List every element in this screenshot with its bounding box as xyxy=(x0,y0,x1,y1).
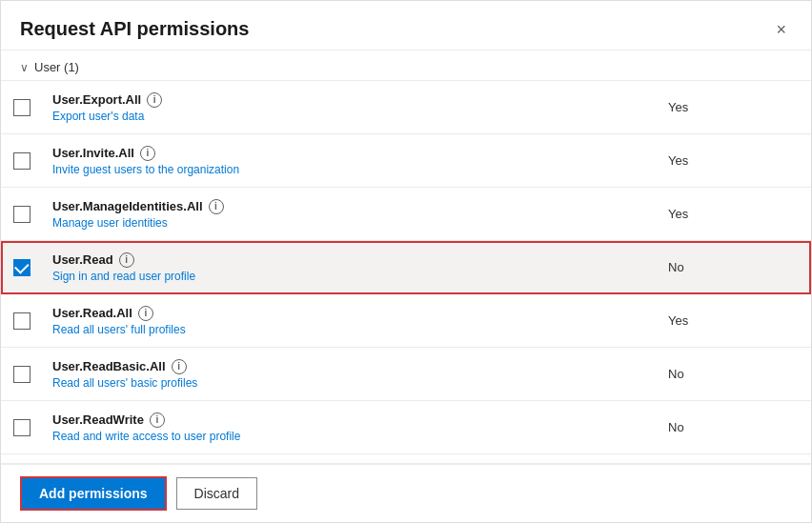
info-icon-user-read-basic-all[interactable]: i xyxy=(172,359,187,374)
checkbox-user-read-basic-all[interactable] xyxy=(13,366,30,383)
checkbox-user-read-all[interactable] xyxy=(13,312,30,330)
admin-consent-user-invite-all: Yes xyxy=(659,146,811,175)
dialog-footer: Add permissions Discard xyxy=(1,463,811,522)
permission-row-user-invite-all[interactable]: User.Invite.AlliInvite guest users to th… xyxy=(1,134,811,188)
permission-row-user-read-basic-all[interactable]: User.ReadBasic.AlliRead all users' basic… xyxy=(1,348,811,401)
checkbox-user-read[interactable] xyxy=(13,259,30,276)
perm-desc-user-invite-all: Invite guest users to the organization xyxy=(52,163,649,176)
info-icon-user-read[interactable]: i xyxy=(119,252,134,268)
checkbox-cell-user-read xyxy=(1,251,43,284)
perm-name-user-read: User.Read xyxy=(52,252,113,267)
info-icon-user-export-all[interactable]: i xyxy=(147,92,162,108)
perm-name-row-user-manage-identities-all: User.ManageIdentities.Alli xyxy=(52,199,649,214)
permission-row-user-read[interactable]: User.ReadiSign in and read user profileN… xyxy=(1,241,811,294)
permissions-table: User.Export.AlliExport user's dataYesUse… xyxy=(1,80,811,463)
perm-info-user-read-all: User.Read.AlliRead all users' full profi… xyxy=(43,298,659,344)
perm-name-row-user-read: User.Readi xyxy=(52,252,649,268)
perm-info-user-invite-all: User.Invite.AlliInvite guest users to th… xyxy=(43,138,659,184)
admin-consent-user-read-write: No xyxy=(659,412,811,442)
admin-consent-user-read-all: Yes xyxy=(659,306,811,335)
perm-name-user-manage-identities-all: User.ManageIdentities.All xyxy=(52,199,203,213)
admin-consent-user-manage-identities-all: Yes xyxy=(659,199,811,229)
perm-info-user-export-all: User.Export.AlliExport user's data xyxy=(43,85,659,131)
close-button[interactable]: × xyxy=(770,19,792,40)
dialog-title: Request API permissions xyxy=(20,18,249,40)
admin-consent-user-read: No xyxy=(659,252,811,282)
checkbox-cell-user-manage-identities-all xyxy=(1,198,43,231)
admin-consent-user-export-all: Yes xyxy=(659,92,811,122)
checkbox-cell-user-invite-all xyxy=(1,145,43,177)
section-label: User (1) xyxy=(34,60,79,74)
permission-row-user-read-all[interactable]: User.Read.AlliRead all users' full profi… xyxy=(1,294,811,348)
perm-info-user-read: User.ReadiSign in and read user profile xyxy=(43,245,659,291)
add-permissions-button[interactable]: Add permissions xyxy=(20,476,167,511)
checkbox-cell-user-export-all xyxy=(1,91,43,124)
perm-name-row-user-read-basic-all: User.ReadBasic.Alli xyxy=(52,359,649,374)
info-icon-user-read-write[interactable]: i xyxy=(150,412,165,428)
perm-name-user-read-write: User.ReadWrite xyxy=(52,412,144,427)
perm-desc-user-read-all: Read all users' full profiles xyxy=(52,323,649,336)
admin-consent-user-read-basic-all: No xyxy=(659,359,811,389)
discard-button[interactable]: Discard xyxy=(176,477,257,510)
perm-name-row-user-invite-all: User.Invite.Alli xyxy=(52,146,649,161)
perm-name-user-read-basic-all: User.ReadBasic.All xyxy=(52,359,166,373)
permission-row-user-manage-identities-all[interactable]: User.ManageIdentities.AlliManage user id… xyxy=(1,188,811,241)
info-icon-user-manage-identities-all[interactable]: i xyxy=(209,199,224,214)
perm-info-user-manage-identities-all: User.ManageIdentities.AlliManage user id… xyxy=(43,191,659,237)
checkbox-cell-user-read-all xyxy=(1,305,43,337)
permission-row-user-read-write[interactable]: User.ReadWriteiRead and write access to … xyxy=(1,401,811,454)
info-icon-user-invite-all[interactable]: i xyxy=(140,146,155,161)
section-header[interactable]: ∨ User (1) xyxy=(1,50,811,80)
info-icon-user-read-all[interactable]: i xyxy=(138,306,153,321)
checkbox-cell-user-read-basic-all xyxy=(1,358,43,391)
perm-desc-user-export-all: Export user's data xyxy=(52,110,649,123)
perm-name-row-user-read-write: User.ReadWritei xyxy=(52,412,649,428)
perm-desc-user-manage-identities-all: Manage user identities xyxy=(52,216,649,230)
chevron-icon: ∨ xyxy=(20,61,29,74)
perm-desc-user-read-write: Read and write access to user profile xyxy=(52,430,649,443)
perm-name-user-invite-all: User.Invite.All xyxy=(52,146,134,160)
perm-info-user-read-write: User.ReadWriteiRead and write access to … xyxy=(43,405,659,451)
perm-name-user-export-all: User.Export.All xyxy=(52,92,141,107)
perm-desc-user-read-basic-all: Read all users' basic profiles xyxy=(52,376,649,390)
checkbox-cell-user-read-write xyxy=(1,412,43,444)
perm-name-user-read-all: User.Read.All xyxy=(52,306,132,320)
checkbox-user-invite-all[interactable] xyxy=(13,152,30,170)
permission-row-user-export-all[interactable]: User.Export.AlliExport user's dataYes xyxy=(1,81,811,134)
checkbox-user-read-write[interactable] xyxy=(13,419,30,436)
perm-info-user-read-basic-all: User.ReadBasic.AlliRead all users' basic… xyxy=(43,352,659,397)
request-api-permissions-dialog: Request API permissions × ∨ User (1) Use… xyxy=(0,0,812,523)
permission-row-user-read-write-all[interactable]: User.ReadWrite.Alli xyxy=(1,454,811,463)
checkbox-user-export-all[interactable] xyxy=(13,99,30,116)
perm-desc-user-read: Sign in and read user profile xyxy=(52,270,649,283)
perm-name-row-user-export-all: User.Export.Alli xyxy=(52,92,649,108)
checkbox-user-manage-identities-all[interactable] xyxy=(13,206,30,223)
perm-name-row-user-read-all: User.Read.Alli xyxy=(52,306,649,321)
dialog-header: Request API permissions × xyxy=(1,1,811,50)
